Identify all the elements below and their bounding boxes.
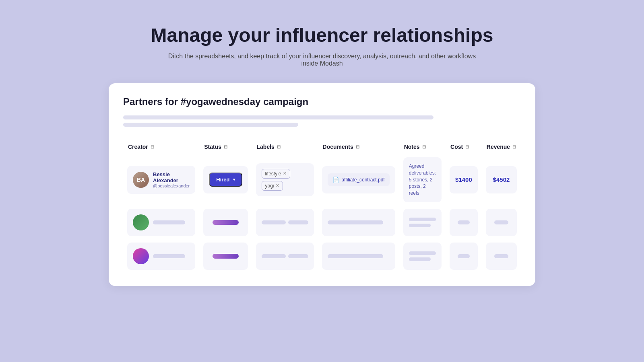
creator-name: Bessie Alexander	[153, 171, 190, 183]
label-tag[interactable]: lifestyle ✕	[262, 169, 290, 179]
document-tag[interactable]: 📄affiliate_contract.pdf	[328, 173, 390, 186]
revenue-cell: $4502	[482, 154, 521, 206]
revenue-skeleton	[494, 254, 508, 258]
cost-cell	[446, 239, 482, 273]
skeleton-bars	[123, 115, 521, 127]
col-header-documents[interactable]: Documents ⊟	[318, 140, 399, 154]
avatar: BA	[133, 172, 149, 188]
status-skeleton	[213, 220, 239, 225]
main-card: Partners for #yogawednesday campaign Cre…	[109, 83, 535, 286]
documents-filter-icon[interactable]: ⊟	[356, 144, 359, 150]
creator-name-skeleton	[153, 254, 185, 258]
col-header-status[interactable]: Status ⊟	[199, 140, 252, 154]
labels-cell: lifestyle ✕yogi ✕	[252, 154, 318, 206]
col-header-notes[interactable]: Notes ⊟	[399, 140, 446, 154]
revenue-filter-icon[interactable]: ⊟	[512, 144, 516, 150]
card-title: Partners for #yogawednesday campaign	[123, 96, 521, 107]
notes-skeleton	[409, 251, 436, 261]
notes-skeleton	[409, 218, 436, 227]
cost-cell: $1400	[446, 154, 482, 206]
revenue-value: $4502	[491, 176, 511, 183]
cost-value: $1400	[455, 176, 472, 183]
status-cell: Hired ▾	[199, 154, 252, 206]
creator-filter-icon[interactable]: ⊟	[151, 144, 154, 150]
col-header-labels[interactable]: Labels ⊟	[252, 140, 318, 154]
labels-cell	[252, 206, 318, 239]
notes-text: Agreed deliverables: 5 stories, 2 posts,…	[409, 163, 436, 197]
cost-skeleton	[458, 254, 469, 258]
influencer-table: Creator ⊟ Status ⊟ Labels ⊟	[123, 140, 521, 273]
labels-cell	[252, 239, 318, 273]
table-wrap: Creator ⊟ Status ⊟ Labels ⊟	[123, 140, 521, 273]
hired-badge[interactable]: Hired ▾	[209, 173, 242, 187]
notes-filter-icon[interactable]: ⊟	[422, 144, 426, 150]
creator-name-skeleton	[153, 220, 185, 224]
table-row: BABessie Alexander@bessiealexanderHired …	[123, 154, 521, 206]
documents-cell	[318, 239, 399, 273]
creator-cell	[123, 239, 199, 273]
documents-cell	[318, 206, 399, 239]
document-skeleton	[328, 220, 384, 224]
creator-cell	[123, 206, 199, 239]
status-skeleton	[213, 254, 239, 259]
revenue-cell	[482, 206, 521, 239]
revenue-cell	[482, 239, 521, 273]
col-header-creator[interactable]: Creator ⊟	[123, 140, 199, 154]
table-row	[123, 206, 521, 239]
documents-cell: 📄affiliate_contract.pdf	[318, 154, 399, 206]
cost-filter-icon[interactable]: ⊟	[465, 144, 469, 150]
col-header-revenue[interactable]: Revenue ⊟	[482, 140, 521, 154]
page-title: Manage your influencer relationships	[151, 24, 493, 46]
notes-cell: Agreed deliverables: 5 stories, 2 posts,…	[399, 154, 446, 206]
labels-skeleton	[262, 254, 308, 258]
labels-filter-icon[interactable]: ⊟	[277, 144, 281, 150]
table-row	[123, 239, 521, 273]
notes-cell	[399, 206, 446, 239]
status-cell	[199, 239, 252, 273]
document-icon: 📄	[332, 177, 339, 183]
avatar	[133, 248, 149, 264]
skeleton-bar-medium	[123, 123, 298, 127]
creator-cell: BABessie Alexander@bessiealexander	[123, 154, 199, 206]
document-skeleton	[328, 254, 384, 258]
creator-handle: @bessiealexander	[153, 183, 190, 188]
status-filter-icon[interactable]: ⊟	[224, 144, 227, 150]
status-cell	[199, 206, 252, 239]
revenue-skeleton	[494, 220, 508, 224]
page-subtitle: Ditch the spreadsheets, and keep track o…	[161, 53, 483, 67]
skeleton-bar-long	[123, 115, 433, 119]
avatar	[133, 214, 149, 230]
cost-cell	[446, 206, 482, 239]
col-header-cost[interactable]: Cost ⊟	[446, 140, 482, 154]
cost-skeleton	[458, 220, 469, 224]
label-tag[interactable]: yogi ✕	[262, 181, 283, 191]
notes-cell	[399, 239, 446, 273]
labels-skeleton	[262, 220, 308, 224]
